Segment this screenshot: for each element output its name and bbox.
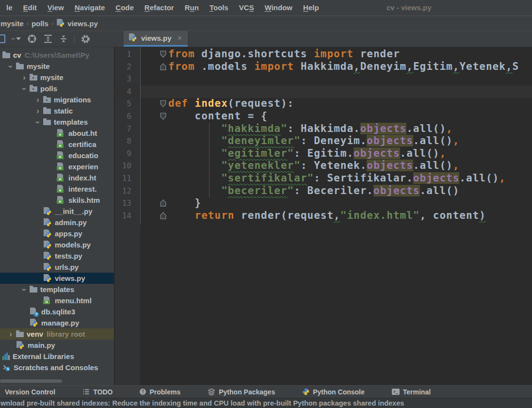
tree-row-static[interactable]: ›static [0, 105, 114, 116]
chevron-down-icon[interactable]: › [19, 83, 30, 94]
tree-row-tests-py[interactable]: tests.py [0, 250, 114, 261]
toolwindow-button-python-console[interactable]: Python Console [302, 388, 365, 396]
line-number[interactable]: 6 [115, 110, 131, 123]
tree-row-mysite[interactable]: ›mysite [0, 61, 114, 72]
code-line-1[interactable]: 1from django.shortcuts import render [115, 48, 532, 61]
chevron-down-icon[interactable]: › [32, 117, 43, 128]
tree-row-index-ht[interactable]: Hindex.ht [0, 172, 114, 183]
code-line-12[interactable]: 12 "beceriler": Beceriler.objects.all() [115, 185, 532, 197]
tree-row-urls-py[interactable]: urls.py [0, 261, 114, 273]
tool-window-icon[interactable] [0, 33, 6, 45]
scrollbar-thumb[interactable] [0, 379, 62, 383]
line-number[interactable]: 10 [115, 160, 131, 172]
tree-row-migrations[interactable]: ›migrations [0, 94, 114, 105]
line-number[interactable]: 4 [115, 85, 131, 98]
line-number[interactable]: 12 [115, 185, 131, 197]
fold-marker-icon[interactable] [160, 113, 167, 120]
tree-row-__init__-py[interactable]: __init__.py [0, 206, 114, 217]
tree-row-cv[interactable]: cvC:\Users\Samet\Py [0, 49, 114, 61]
menu-item-le[interactable]: le [1, 0, 18, 16]
tree-row-educatio[interactable]: Heducatio [0, 150, 114, 161]
tree-row-manage-py[interactable]: manage.py [0, 317, 114, 328]
fold-marker-icon[interactable] [160, 63, 167, 70]
chevron-right-icon[interactable]: › [32, 95, 43, 105]
code-line-11[interactable]: 11 "sertifikalar": Sertifikalar.objects.… [115, 172, 532, 185]
menu-item-window[interactable]: Window [259, 0, 298, 16]
code-line-9[interactable]: 9 "egitimler": Egitim.objects.all(), [115, 147, 532, 160]
line-number[interactable]: 5 [115, 98, 131, 110]
fold-marker-icon[interactable] [160, 100, 167, 107]
menu-item-code[interactable]: Code [110, 0, 139, 16]
toolwindow-button-version-control[interactable]: Version Control [5, 388, 55, 396]
tree-row-templates[interactable]: ›templates [0, 116, 114, 128]
line-number[interactable]: 7 [115, 123, 131, 135]
tree-row-db-sqlite3[interactable]: ?db.sqlite3 [0, 306, 114, 317]
tree-row-main-py[interactable]: main.py [0, 340, 114, 351]
chevron-right-icon[interactable]: › [19, 72, 30, 83]
tree-row-apps-py[interactable]: apps.py [0, 228, 114, 239]
line-number[interactable]: 13 [115, 197, 131, 210]
locate-icon[interactable] [27, 33, 37, 45]
code-line-7[interactable]: 7 "hakkimda": Hakkimda.objects.all(), [115, 123, 532, 135]
expand-all-icon[interactable] [43, 33, 53, 45]
line-number[interactable]: 11 [115, 172, 131, 185]
tree-row-venv[interactable]: ›venvlibrary root [0, 328, 114, 340]
settings-icon[interactable] [81, 33, 91, 45]
tree-row-certifica[interactable]: Hcertifica [0, 139, 114, 150]
tree-row-menu-html[interactable]: Hmenu.html [0, 295, 114, 306]
toolwindow-button-problems[interactable]: !Problems [140, 388, 180, 396]
line-number[interactable]: 3 [115, 73, 131, 85]
fold-marker-icon[interactable] [160, 212, 167, 219]
tree-row-polls[interactable]: ›polls [0, 83, 114, 94]
code-line-8[interactable]: 8 "deneyimler": Deneyim.objects.all(), [115, 135, 532, 147]
tree-row-templates[interactable]: ›templates [0, 284, 114, 295]
line-number[interactable]: 14 [115, 210, 131, 222]
tree-row-views-py[interactable]: views.py [0, 273, 114, 284]
code-line-10[interactable]: 10 "yetenekler": Yetenek.objects.all(), [115, 160, 532, 172]
fold-marker-icon[interactable] [160, 50, 167, 58]
line-number[interactable]: 9 [115, 147, 131, 160]
code-line-4[interactable]: 4 [115, 85, 532, 98]
tree-row-Scratches-and-Consoles[interactable]: Scratches and Consoles [0, 362, 114, 373]
line-number[interactable]: 8 [115, 135, 131, 147]
collapse-all-icon[interactable] [59, 33, 68, 45]
status-message[interactable]: wnload pre-built shared indexes: Reduce … [0, 399, 404, 407]
chevron-right-icon[interactable]: › [32, 106, 43, 116]
breadcrumb-item-polls[interactable]: polls [30, 19, 50, 28]
dropdown-arrow-icon[interactable] [12, 33, 21, 45]
code-line-6[interactable]: 6 content = { [115, 110, 532, 123]
chevron-right-icon[interactable]: › [5, 329, 16, 340]
menu-item-help[interactable]: Help [298, 0, 324, 16]
tree-row-models-py[interactable]: models.py [0, 239, 114, 250]
menu-item-view[interactable]: View [42, 0, 69, 16]
line-number[interactable]: 2 [115, 61, 131, 73]
chevron-down-icon[interactable]: › [19, 284, 30, 295]
tree-row-about-ht[interactable]: Habout.ht [0, 128, 114, 139]
menu-item-vcs[interactable]: VCS [234, 0, 259, 16]
menu-item-refactor[interactable]: Refactor [139, 0, 179, 16]
code-editor[interactable]: 1from django.shortcuts import render2fro… [115, 47, 532, 385]
menu-item-run[interactable]: Run [179, 0, 204, 16]
tree-row-experien[interactable]: Hexperien [0, 161, 114, 172]
tree-row-admin-py[interactable]: admin.py [0, 217, 114, 228]
chevron-down-icon[interactable]: › [5, 61, 16, 72]
code-line-5[interactable]: 5def index(request): [115, 98, 532, 110]
code-line-2[interactable]: 2from .models import Hakkimda,Deneyim,Eg… [115, 61, 532, 73]
close-icon[interactable]: × [177, 34, 182, 42]
toolwindow-button-python-packages[interactable]: Python Packages [208, 388, 275, 396]
line-number[interactable]: 1 [115, 48, 131, 61]
menu-item-edit[interactable]: Edit [18, 0, 42, 16]
menu-item-tools[interactable]: Tools [204, 0, 234, 16]
fold-marker-icon[interactable] [160, 199, 167, 207]
breadcrumb-item-mysite[interactable]: mysite [0, 19, 26, 28]
tree-row-External-Libraries[interactable]: External Libraries [0, 351, 114, 362]
toolwindow-button-terminal[interactable]: >_Terminal [392, 388, 431, 396]
tab-views-py[interactable]: views.py× [124, 31, 188, 47]
code-line-13[interactable]: 13 } [115, 197, 532, 210]
code-line-14[interactable]: 14 return render(request,"index.html", c… [115, 210, 532, 222]
breadcrumb-item-views-py[interactable]: views.py [54, 19, 100, 28]
tree-row-skils-htm[interactable]: Hskils.htm [0, 195, 114, 206]
tree-row-interest-[interactable]: Hinterest. [0, 183, 114, 195]
tree-row-mysite[interactable]: ›mysite [0, 72, 114, 83]
code-line-3[interactable]: 3 [115, 73, 532, 85]
